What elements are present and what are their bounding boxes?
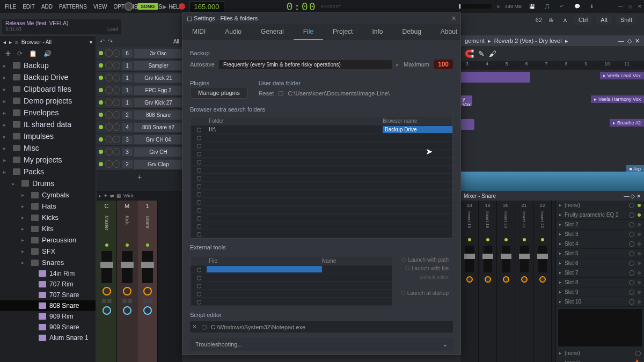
crumb-2[interactable]: Reverb 2 (Vox) - Dry level (494, 38, 562, 44)
launch-startup-radio[interactable] (401, 291, 405, 295)
playlist-tracks[interactable]: ▸ Veela Lead Vox y Vox ▸ Veela Harmony V… (460, 70, 644, 177)
mixer-view-icon[interactable]: ▦ (116, 193, 121, 198)
mp-close-icon[interactable]: ✕ (636, 193, 641, 199)
mp-min-icon[interactable]: — (624, 193, 629, 199)
search-folder-row-empty[interactable]: ▢ (191, 222, 452, 230)
browser-item[interactable]: Impulses (0, 130, 96, 142)
menu-view[interactable]: VIEW (91, 3, 110, 11)
channel-row[interactable]: 3Grv CH (97, 146, 182, 158)
fx-slot[interactable]: ▸Slot 10 (556, 297, 644, 307)
browser-item[interactable]: Snares (0, 257, 96, 268)
insert-strip[interactable]: 20Insert 20 (497, 201, 515, 362)
search-folder-row-empty[interactable]: ▢ (191, 182, 452, 190)
input-slot[interactable]: ▸(none) (556, 201, 644, 210)
ch-back-icon[interactable]: ↶ (100, 38, 105, 45)
browser-item[interactable]: Kits (0, 223, 96, 234)
fx-slot[interactable]: ▸Slot 7 (556, 268, 644, 278)
output-slot-1[interactable]: ▸(none) (556, 349, 644, 358)
playlist-breadcrumb[interactable]: gement ▸ Reverb 2 (Vox) - Dry level ▸ — … (460, 35, 644, 46)
menu-file[interactable]: FILE (2, 3, 19, 11)
browser-item[interactable]: SFX (0, 246, 96, 257)
insert-strip[interactable]: 18Insert 18 (460, 201, 479, 362)
channel-row[interactable]: 2808 Snare (97, 109, 182, 121)
hamburger-icon[interactable]: ≡ (15, 39, 18, 45)
channel-row[interactable]: 2Grv Clap (97, 158, 182, 171)
record-arm-icon[interactable] (179, 3, 185, 10)
add-channel-button[interactable]: + (97, 171, 182, 183)
search-folder-row-empty[interactable]: ▢ (191, 230, 452, 238)
launch-path-radio[interactable] (401, 257, 406, 262)
channel-row[interactable]: 1FPC Egg 2 (97, 84, 182, 97)
search-folder-row-empty[interactable]: ▢ (191, 158, 452, 166)
external-tool-row-empty[interactable]: ▢ (191, 282, 392, 290)
chevron-left-icon[interactable]: ◂ (3, 39, 6, 45)
settings-tab-file[interactable]: File (294, 24, 323, 40)
search-folder-row-empty[interactable]: ▢ (191, 166, 452, 174)
channel-row[interactable]: 1Grv Kick 27 (97, 97, 182, 109)
external-tool-row[interactable]: ▢ (191, 265, 392, 274)
settings-close-button[interactable]: ✕ (451, 15, 456, 22)
browser-item[interactable]: 909 Snare (0, 322, 96, 333)
search-folder-row[interactable]: ▢H:\Backup Drive (191, 125, 452, 134)
script-browse-icon[interactable]: ▢ (201, 323, 207, 330)
channel-row[interactable]: 1Grv Kick 21 (97, 72, 182, 84)
settings-tab-general[interactable]: General (251, 24, 294, 40)
channel-row[interactable]: 63x Osc (97, 47, 182, 60)
clip-breathe[interactable] (460, 119, 474, 130)
channel-row[interactable]: 3Grv CH 04 (97, 134, 182, 146)
channel-row[interactable]: 1Sampler (97, 60, 182, 72)
fx-slot[interactable]: ▸Slot 8 (556, 278, 644, 287)
troubleshooting-button[interactable]: Troubleshooting... ⌄ (190, 338, 453, 351)
launch-file-radio[interactable] (405, 266, 409, 270)
settings-tab-info[interactable]: Info (362, 24, 392, 40)
fx-slot[interactable]: ▸Slot 3 (556, 230, 644, 239)
refresh-icon[interactable]: ⟳ (17, 50, 23, 57)
external-tool-row-empty[interactable]: ▢ (191, 274, 392, 282)
search-folder-row-empty[interactable]: ▢ (191, 174, 452, 182)
maximize-icon[interactable]: ◇ (628, 4, 632, 9)
insert-strip[interactable]: 19Insert 19 (479, 201, 497, 362)
undo-icon[interactable]: ↶ (557, 2, 567, 11)
maximum-value[interactable]: 100 (434, 60, 453, 69)
song-mode-badge[interactable]: SONG (137, 3, 158, 10)
browser-item[interactable]: My projects (0, 154, 96, 166)
search-folder-row-empty[interactable]: ▢ (191, 214, 452, 222)
browser-item[interactable]: Percussion (0, 234, 96, 246)
pl-pencil-icon[interactable]: ✎ (478, 49, 485, 58)
browser-item[interactable]: 909 Rim (0, 311, 96, 322)
browser-item[interactable]: Drums (0, 178, 96, 189)
pl-maximize-icon[interactable]: ◇ (627, 38, 632, 45)
channel-filter[interactable]: All (173, 39, 179, 45)
metronome-icon[interactable]: ⋏ (560, 15, 570, 25)
mixer-strip[interactable]: MKick (117, 201, 137, 362)
output-slot-2[interactable]: ▸(none)🔥 (556, 358, 644, 362)
pl-brush-icon[interactable]: 🖌 (489, 49, 496, 58)
record-button[interactable] (125, 2, 133, 11)
audio-icon[interactable]: 🔊 (43, 50, 52, 57)
stop-button[interactable]: ■ (171, 4, 174, 10)
browser-item[interactable]: Envelopes (0, 107, 96, 119)
insert-strip[interactable]: 21Insert 21 (515, 201, 533, 362)
browser-item[interactable]: Hats (0, 201, 96, 212)
fx-slot-1[interactable]: ▸Fruity parametric EQ 2 (556, 210, 644, 220)
paste-icon[interactable]: 📋 (29, 50, 37, 57)
mixer-wide[interactable]: Wide (123, 193, 135, 198)
mixer-tool-icon[interactable]: ✦ (104, 193, 108, 198)
autosave-arrow-icon[interactable]: ▸ (396, 61, 399, 68)
settings-tab-audio[interactable]: Audio (215, 24, 251, 40)
fx-slot[interactable]: ▸Slot 6 (556, 258, 644, 268)
browser-item[interactable]: Backup Drive (0, 71, 96, 83)
minimize-icon[interactable]: — (618, 4, 623, 9)
pl-close-icon[interactable]: ✕ (635, 38, 640, 45)
browser-item[interactable]: 707 Snare (0, 290, 96, 300)
menu-patterns[interactable]: PATTERNS (56, 3, 90, 11)
browser-item[interactable]: Kicks (0, 212, 96, 223)
script-clear-icon[interactable]: ✕ (192, 323, 197, 330)
browse-folder-icon[interactable]: ▢ (278, 90, 283, 97)
search-folder-row-empty[interactable]: ▢ (191, 150, 452, 158)
add-icon[interactable]: ✚ (5, 50, 11, 57)
render-icon[interactable]: 🎵 (542, 2, 552, 11)
close-icon[interactable]: ✕ (638, 4, 642, 9)
menu-add[interactable]: ADD (39, 3, 55, 11)
fx-slot[interactable]: ▸Slot 5 (556, 249, 644, 258)
